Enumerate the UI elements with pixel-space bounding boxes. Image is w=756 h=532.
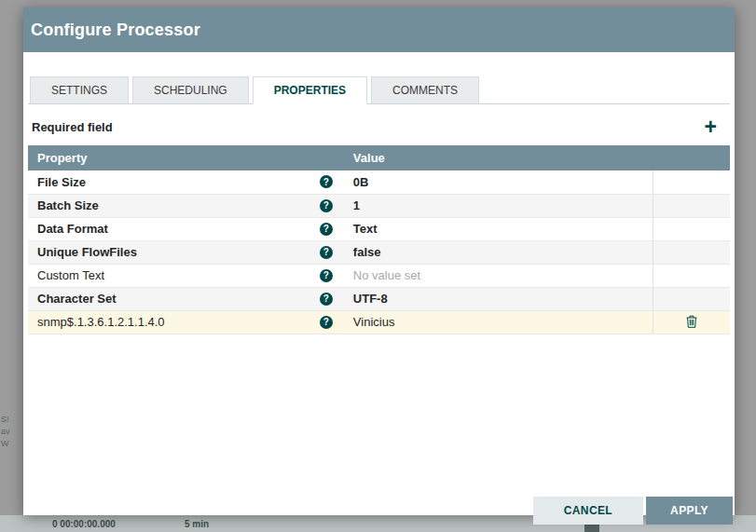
property-row[interactable]: Batch Size ? 1 [28, 194, 730, 217]
dialog-header: Configure Processor [23, 7, 735, 52]
background-canvas-fragments: S! av W [1, 414, 23, 450]
property-name: File Size [37, 175, 86, 189]
property-actions-cell [653, 310, 730, 334]
property-actions-cell [653, 287, 730, 310]
tab-scheduling[interactable]: SCHEDULING [132, 76, 249, 104]
property-name-cell: Custom Text ? [28, 264, 344, 287]
tab-properties[interactable]: PROPERTIES [253, 76, 367, 104]
table-header-row: Property Value [28, 145, 730, 171]
property-value[interactable]: No value set [353, 268, 420, 282]
dialog-body: SETTINGS SCHEDULING PROPERTIES COMMENTS … [23, 52, 735, 334]
help-icon[interactable]: ? [320, 293, 333, 306]
property-name: Batch Size [37, 198, 99, 212]
help-icon[interactable]: ? [320, 199, 333, 212]
help-icon[interactable]: ? [320, 223, 333, 236]
property-name-cell: snmp$.1.3.6.1.2.1.1.4.0 ? [28, 310, 344, 334]
required-field-row: Required field + [28, 117, 730, 136]
property-value[interactable]: Text [353, 222, 378, 236]
canvas-fragment: W [1, 438, 23, 450]
tab-settings[interactable]: SETTINGS [30, 76, 129, 104]
properties-table: Property Value File Size ? 0B [28, 145, 730, 334]
property-value[interactable]: 0B [353, 175, 369, 189]
property-actions-cell [653, 264, 730, 287]
property-row[interactable]: snmp$.1.3.6.1.2.1.1.4.0 ? Vinicius [28, 310, 730, 334]
apply-button[interactable]: APPLY [646, 497, 733, 525]
property-value-cell[interactable]: Text [344, 217, 653, 240]
add-property-button[interactable]: + [705, 117, 717, 136]
property-value-cell[interactable]: No value set [344, 264, 653, 287]
property-name: Data Format [37, 222, 108, 236]
property-value[interactable]: false [353, 245, 381, 259]
property-value[interactable]: Vinicius [353, 315, 395, 329]
property-row[interactable]: Custom Text ? No value set [28, 264, 730, 287]
property-column-header: Property [28, 145, 344, 171]
canvas-stat-window: 5 min [185, 519, 209, 529]
property-value[interactable]: UTF-8 [353, 292, 388, 306]
property-name-cell: Character Set ? [28, 287, 344, 310]
property-name: Custom Text [37, 268, 104, 282]
property-value-cell[interactable]: UTF-8 [344, 287, 653, 310]
property-name: snmp$.1.3.6.1.2.1.1.4.0 [37, 315, 165, 329]
property-actions-cell [653, 171, 730, 194]
property-actions-cell [653, 240, 730, 264]
property-value-cell[interactable]: false [344, 240, 653, 264]
canvas-fragment: av [1, 426, 23, 438]
cancel-button[interactable]: CANCEL [533, 497, 643, 525]
tab-comments[interactable]: COMMENTS [371, 76, 479, 104]
required-field-label: Required field [32, 120, 113, 134]
property-actions-cell [653, 217, 730, 240]
trash-icon [686, 315, 697, 328]
help-icon[interactable]: ? [320, 316, 333, 329]
configure-processor-dialog: Configure Processor SETTINGS SCHEDULING … [23, 7, 735, 515]
property-value-cell[interactable]: Vinicius [344, 310, 653, 334]
help-icon[interactable]: ? [320, 269, 333, 282]
property-row[interactable]: Character Set ? UTF-8 [28, 287, 730, 310]
dialog-title: Configure Processor [31, 20, 200, 40]
property-name-cell: Unique FlowFiles ? [28, 240, 344, 264]
property-row[interactable]: Data Format ? Text [28, 217, 730, 240]
property-name: Character Set [37, 292, 117, 306]
property-name: Unique FlowFiles [37, 245, 137, 259]
property-row[interactable]: Unique FlowFiles ? false [28, 240, 730, 264]
delete-property-button[interactable] [680, 313, 703, 330]
help-icon[interactable]: ? [320, 246, 333, 259]
property-actions-cell [653, 194, 730, 217]
property-name-cell: Data Format ? [28, 217, 344, 240]
canvas-stat-uptime: 0 00:00:00.000 [52, 519, 116, 529]
property-row[interactable]: File Size ? 0B [28, 171, 730, 194]
value-column-header: Value [344, 145, 653, 171]
dialog-footer-buttons: CANCEL APPLY [533, 497, 733, 525]
property-name-cell: File Size ? [28, 171, 344, 194]
property-value-cell[interactable]: 0B [344, 171, 653, 194]
property-value[interactable]: 1 [353, 198, 360, 212]
help-icon[interactable]: ? [320, 175, 333, 188]
actions-column-header [653, 145, 730, 171]
property-value-cell[interactable]: 1 [344, 194, 653, 217]
app-background: { "backdrop": { "stats": ["0 00:00:00.00… [0, 0, 756, 532]
property-name-cell: Batch Size ? [28, 194, 344, 217]
tab-bar: SETTINGS SCHEDULING PROPERTIES COMMENTS [28, 76, 730, 104]
canvas-fragment: S! [1, 414, 23, 426]
property-table-body: File Size ? 0B [28, 171, 730, 334]
